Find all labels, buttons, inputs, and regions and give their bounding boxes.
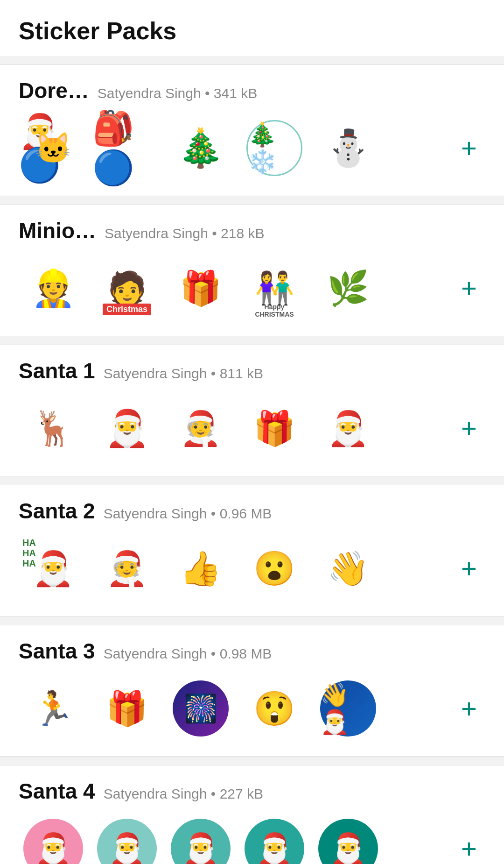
sticker-santa1-4: 🎁 (240, 394, 309, 463)
pack-section-santa2: Santa 2 Satyendra Singh • 0.96 MB 🎅 HAHA… (0, 485, 504, 616)
sticker-santa4-4: 🎅 (240, 814, 309, 864)
pack-name-santa1: Santa 1 (19, 358, 95, 383)
sticker-santa2-4: 😮 (240, 534, 309, 603)
pack-name-minio: Minio… (19, 218, 96, 243)
sticker-santa4-1: 🎅 (19, 814, 88, 864)
add-button-santa2[interactable]: + (453, 552, 485, 585)
pack-meta-santa2: Satyendra Singh • 0.96 MB (104, 506, 272, 522)
pack-name-santa2: Santa 2 (19, 498, 95, 524)
plus-icon-santa3: + (461, 695, 477, 722)
sticker-santa2-5: 👋 (314, 534, 383, 603)
pack-name-dore: Dore… (19, 78, 89, 103)
pack-meta-santa4: Satyendra Singh • 227 kB (104, 786, 263, 802)
add-button-dore[interactable]: + (453, 132, 485, 164)
pack-name-santa4: Santa 4 (19, 779, 95, 804)
pack-section-dore: Dore… Satyendra Singh • 341 kB 🎅🔵 🐱 🎒🔵 🎄 (0, 64, 504, 196)
sticker-santa2-2: 🧑‍🎄 (92, 534, 161, 603)
sticker-santa1-3: 🧑‍🎄 (166, 394, 235, 463)
pack-meta-dore: Satyendra Singh • 341 kB (98, 85, 257, 101)
sticker-santa3-5: 👋🎅 (314, 674, 383, 743)
pack-section-santa3: Santa 3 Satyendra Singh • 0.98 MB 🏃 🎁 🎆 … (0, 625, 504, 757)
plus-icon-santa1: + (461, 415, 477, 442)
sticker-santa1-1: 🦌 (19, 394, 88, 463)
sticker-santa2-1: 🎅 HAHAHA (19, 534, 88, 603)
sticker-santa3-4: 😲 (240, 674, 309, 743)
pack-section-santa1: Santa 1 Satyendra Singh • 811 kB 🦌 🎅 🧑‍🎄… (0, 345, 504, 476)
plus-icon-dore: + (461, 135, 477, 162)
sticker-dore-3: 🎄 (166, 113, 235, 183)
sticker-santa4-2: 🎅 (92, 814, 161, 864)
add-button-santa1[interactable]: + (453, 412, 485, 445)
plus-icon-santa2: + (461, 555, 477, 582)
pack-name-santa3: Santa 3 (19, 638, 95, 664)
sticker-santa1-5: 🎅 (314, 394, 383, 463)
sticker-santa4-5: 🎅 (314, 814, 383, 864)
plus-icon-minio: + (461, 275, 477, 302)
sticker-santa3-3: 🎆 (166, 674, 235, 743)
add-button-minio[interactable]: + (453, 272, 485, 305)
plus-icon-santa4: + (461, 835, 477, 862)
add-button-santa3[interactable]: + (453, 692, 485, 725)
pack-section-minio: Minio… Satyendra Singh • 218 kB 👷 🧑 Chri… (0, 205, 504, 336)
sticker-minio-4: 👫 HappyCHRISTMAS (240, 254, 309, 323)
sticker-minio-5: 🌿 (314, 254, 383, 323)
sticker-santa2-3: 👍 (166, 534, 235, 603)
sticker-minio-3: 🎁 (166, 254, 235, 323)
pack-meta-santa3: Satyendra Singh • 0.98 MB (104, 646, 272, 662)
pack-meta-minio: Satyendra Singh • 218 kB (105, 226, 264, 241)
sticker-dore-2: 🎒🔵 (92, 113, 161, 183)
sticker-santa3-1: 🏃 (19, 674, 88, 743)
page-title: Sticker Packs (19, 17, 485, 45)
pack-section-santa4: Santa 4 Satyendra Singh • 227 kB 🎅 🎅 🎅 🎅… (0, 765, 504, 864)
sticker-santa3-2: 🎁 (92, 674, 161, 743)
sticker-dore-5: ⛄ (314, 113, 383, 183)
sticker-dore-1: 🎅🔵 🐱 (19, 113, 88, 183)
add-button-santa4[interactable]: + (453, 832, 485, 864)
page-header: Sticker Packs (0, 0, 504, 56)
sticker-santa1-2: 🎅 (92, 394, 161, 463)
sticker-minio-1: 👷 (19, 254, 88, 323)
pack-meta-santa1: Satyendra Singh • 811 kB (104, 366, 263, 382)
sticker-santa4-3: 🎅 (166, 814, 235, 864)
sticker-minio-2: 🧑 Christmas (92, 254, 161, 323)
sticker-dore-4: 🎄❄️ (240, 113, 309, 183)
